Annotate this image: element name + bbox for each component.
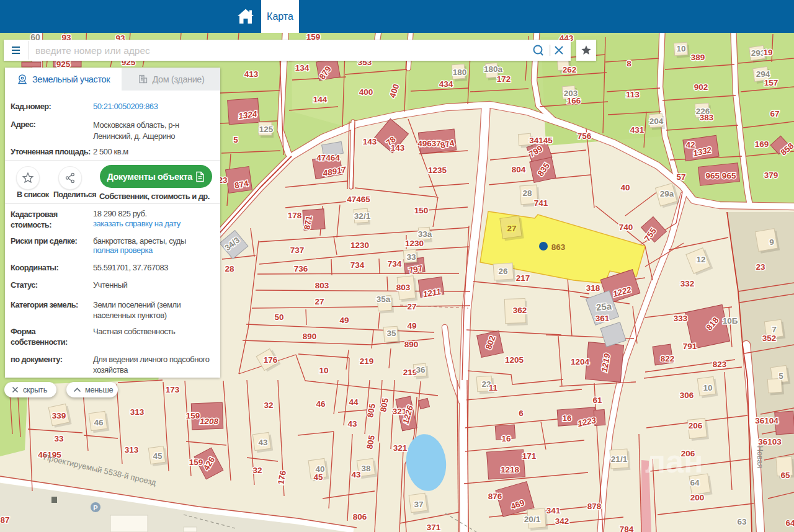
svg-text:150: 150 <box>414 206 429 215</box>
svg-text:217: 217 <box>516 273 530 283</box>
svg-text:37: 37 <box>414 500 423 509</box>
svg-text:44: 44 <box>349 397 359 407</box>
svg-text:737: 737 <box>290 246 305 255</box>
svg-text:822: 822 <box>661 354 675 363</box>
svg-text:26: 26 <box>498 267 508 276</box>
svg-text:902: 902 <box>694 82 708 92</box>
svg-text:47464: 47464 <box>316 153 340 162</box>
svg-text:40: 40 <box>620 183 630 192</box>
svg-text:32: 32 <box>264 401 273 410</box>
svg-text:28: 28 <box>225 264 234 273</box>
svg-text:21/1: 21/1 <box>611 454 628 464</box>
svg-text:169: 169 <box>755 140 769 149</box>
svg-text:159: 159 <box>186 411 200 420</box>
svg-text:313: 313 <box>130 407 145 417</box>
svg-text:383: 383 <box>700 113 714 122</box>
svg-text:33а: 33а <box>418 229 432 239</box>
svg-text:294: 294 <box>756 69 770 79</box>
svg-text:434: 434 <box>439 79 453 89</box>
svg-text:178: 178 <box>288 211 302 220</box>
svg-text:143: 143 <box>391 143 405 153</box>
svg-text:43: 43 <box>351 470 361 479</box>
svg-text:65: 65 <box>780 471 790 480</box>
svg-text:741: 741 <box>534 198 548 208</box>
svg-text:36103: 36103 <box>758 437 782 446</box>
svg-text:157: 157 <box>764 78 778 87</box>
svg-text:63: 63 <box>737 517 747 526</box>
svg-text:лан: лан <box>645 443 703 479</box>
svg-text:5: 5 <box>778 371 783 381</box>
svg-text:342: 342 <box>555 516 569 526</box>
svg-text:Новая: Новая <box>756 446 764 468</box>
svg-text:172: 172 <box>497 74 511 84</box>
svg-text:736: 736 <box>294 264 308 273</box>
svg-text:9: 9 <box>769 237 774 247</box>
svg-text:61: 61 <box>592 396 602 405</box>
svg-text:176: 176 <box>264 355 278 365</box>
svg-text:49637: 49637 <box>417 139 441 148</box>
svg-text:1204: 1204 <box>571 357 590 366</box>
svg-text:32/1: 32/1 <box>354 211 371 221</box>
svg-text:890: 890 <box>404 340 419 349</box>
svg-text:352: 352 <box>762 334 777 343</box>
svg-text:734: 734 <box>350 260 365 270</box>
svg-text:8: 8 <box>627 59 631 68</box>
svg-text:206: 206 <box>689 421 703 430</box>
svg-text:33: 33 <box>406 252 416 262</box>
svg-text:400: 400 <box>359 87 373 97</box>
svg-text:134: 134 <box>295 63 310 73</box>
svg-text:339: 339 <box>52 411 66 420</box>
svg-text:362: 362 <box>513 306 527 315</box>
svg-text:125: 125 <box>259 125 274 134</box>
svg-text:1235: 1235 <box>428 166 447 175</box>
svg-text:10Б: 10Б <box>723 316 738 326</box>
svg-text:1208: 1208 <box>200 417 219 426</box>
svg-text:87: 87 <box>0 515 9 525</box>
svg-text:20/1: 20/1 <box>524 515 541 524</box>
svg-text:306: 306 <box>680 391 694 400</box>
svg-text:171: 171 <box>522 451 537 461</box>
svg-text:12: 12 <box>696 255 705 264</box>
svg-text:332: 332 <box>680 279 695 288</box>
svg-text:965 965: 965 965 <box>706 171 736 180</box>
svg-text:144: 144 <box>313 95 328 104</box>
svg-text:33: 33 <box>54 434 64 443</box>
svg-text:64: 64 <box>690 478 700 487</box>
svg-text:333: 333 <box>674 314 688 323</box>
svg-text:143: 143 <box>363 137 377 146</box>
svg-text:173: 173 <box>166 385 180 394</box>
svg-text:49: 49 <box>407 321 416 330</box>
svg-text:32: 32 <box>252 466 262 475</box>
svg-text:318: 318 <box>586 283 600 293</box>
svg-text:379: 379 <box>764 171 778 180</box>
svg-text:19: 19 <box>763 48 772 57</box>
svg-text:806: 806 <box>353 512 367 521</box>
svg-text:45: 45 <box>153 451 163 461</box>
svg-text:113: 113 <box>626 90 640 99</box>
svg-text:313: 313 <box>125 445 139 454</box>
svg-text:180a: 180a <box>484 64 503 74</box>
svg-text:791: 791 <box>683 342 697 351</box>
svg-text:1230: 1230 <box>405 239 424 248</box>
svg-text:204: 204 <box>649 117 664 126</box>
svg-text:16: 16 <box>562 414 572 423</box>
svg-text:180: 180 <box>453 68 467 77</box>
svg-text:734: 734 <box>388 259 402 268</box>
svg-text:23: 23 <box>756 262 765 272</box>
svg-text:219: 219 <box>403 368 417 377</box>
svg-text:38: 38 <box>361 464 371 473</box>
svg-text:823: 823 <box>713 360 727 369</box>
svg-text:43: 43 <box>258 438 268 447</box>
svg-text:878: 878 <box>587 502 602 511</box>
svg-text:413: 413 <box>244 69 259 79</box>
svg-text:43: 43 <box>347 419 357 428</box>
svg-text:6: 6 <box>519 409 524 418</box>
svg-text:42: 42 <box>685 140 695 149</box>
svg-text:876: 876 <box>488 492 502 501</box>
svg-text:16: 16 <box>501 434 511 443</box>
svg-text:45: 45 <box>313 472 323 482</box>
svg-text:431: 431 <box>630 125 645 135</box>
svg-text:36104: 36104 <box>755 416 778 425</box>
svg-text:10: 10 <box>703 383 712 392</box>
svg-text:27: 27 <box>314 297 324 306</box>
